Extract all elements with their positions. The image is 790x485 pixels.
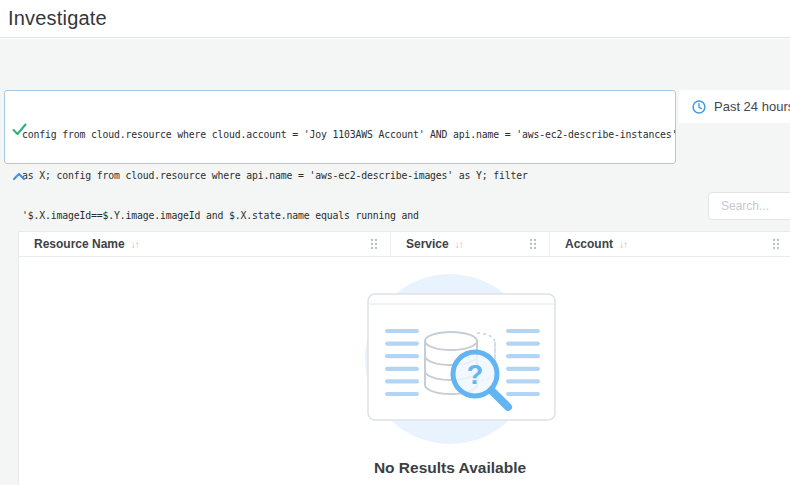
query-line: as X; config from cloud.resource where a… [22, 169, 671, 183]
page-title: Investigate [8, 7, 107, 30]
column-label: Resource Name [34, 237, 125, 251]
drag-handle-icon[interactable] [772, 238, 780, 250]
drag-handle-icon[interactable] [529, 238, 537, 250]
column-header-resource-name[interactable]: Resource Name ↓↑ [19, 232, 391, 256]
investigate-main: config from cloud.resource where cloud.a… [0, 39, 790, 485]
time-range-label: Past 24 hours [714, 99, 790, 114]
sort-arrows-icon[interactable]: ↓↑ [455, 239, 463, 250]
database-search-illustration: ? [348, 273, 568, 485]
column-header-account[interactable]: Account ↓↑ [550, 232, 790, 256]
sort-arrows-icon[interactable]: ↓↑ [131, 239, 139, 250]
drag-handle-icon[interactable] [370, 238, 378, 250]
column-header-service[interactable]: Service ↓↑ [391, 232, 550, 256]
query-line: config from cloud.resource where cloud.a… [22, 128, 671, 142]
column-label: Service [406, 237, 449, 251]
query-editor[interactable]: config from cloud.resource where cloud.a… [4, 90, 676, 164]
empty-state-message: No Results Available [250, 459, 650, 477]
time-range-filter[interactable]: Past 24 hours [679, 90, 790, 123]
svg-text:?: ? [467, 360, 484, 390]
sort-arrows-icon[interactable]: ↓↑ [619, 239, 627, 250]
page-header: Investigate [0, 0, 790, 38]
column-label: Account [565, 237, 613, 251]
search-input[interactable] [708, 192, 790, 220]
query-line: '$.X.imageId==$.Y.image.imageId and $.X.… [22, 209, 671, 223]
table-header-row: Resource Name ↓↑ Service ↓↑ Accoun [19, 232, 790, 257]
clock-icon [692, 100, 706, 114]
chevron-up-icon[interactable] [12, 167, 26, 176]
